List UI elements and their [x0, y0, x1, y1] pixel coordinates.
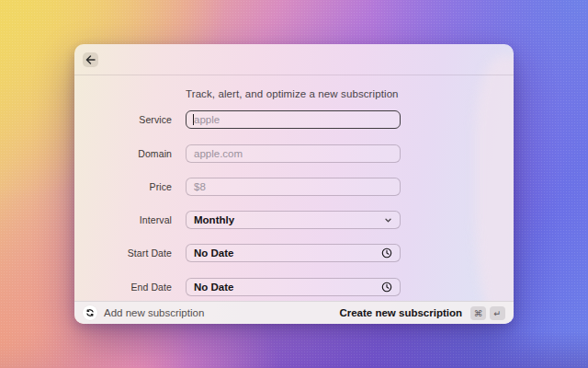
- form-row-end-date: End Date No Date: [74, 278, 514, 296]
- command-key-icon: ⌘: [470, 306, 486, 320]
- form-row-start-date: Start Date No Date: [74, 244, 514, 262]
- price-label: Price: [74, 181, 172, 192]
- interval-select[interactable]: Monthly: [186, 211, 401, 229]
- desktop-background: Track, alert, and optimize a new subscri…: [0, 0, 588, 368]
- price-input[interactable]: [186, 178, 401, 196]
- end-date-value: No Date: [194, 282, 233, 293]
- window-footer: Add new subscription Create new subscrip…: [74, 301, 514, 324]
- window-header: [74, 44, 514, 75]
- form-row-service: Service: [74, 110, 514, 129]
- clock-icon: [381, 247, 392, 259]
- form-title: Track, alert, and optimize a new subscri…: [186, 88, 399, 99]
- create-subscription-label: Create new subscription: [339, 307, 462, 318]
- return-key-icon: ↵: [490, 306, 505, 320]
- interval-value: Monthly: [194, 214, 234, 225]
- domain-label: Domain: [74, 148, 172, 159]
- form-row-domain: Domain: [74, 144, 514, 163]
- service-label: Service: [74, 114, 172, 125]
- create-subscription-button[interactable]: Create new subscription ⌘ ↵: [339, 306, 505, 320]
- service-input[interactable]: [186, 110, 401, 129]
- chevron-down-icon: [384, 216, 392, 224]
- start-date-value: No Date: [194, 247, 233, 259]
- clock-icon: [381, 282, 392, 293]
- back-button[interactable]: [83, 52, 98, 67]
- start-date-picker[interactable]: No Date: [186, 244, 401, 262]
- footer-action-hint: Add new subscription: [104, 307, 204, 318]
- start-date-label: Start Date: [74, 247, 172, 259]
- form-row-interval: Interval Monthly: [74, 211, 514, 229]
- domain-input[interactable]: [186, 144, 401, 163]
- form-row-price: Price: [74, 178, 514, 196]
- end-date-picker[interactable]: No Date: [186, 278, 401, 296]
- refresh-icon[interactable]: [83, 305, 97, 320]
- footer-left-group: Add new subscription: [83, 305, 204, 320]
- subscription-window: Track, alert, and optimize a new subscri…: [74, 44, 514, 324]
- end-date-label: End Date: [74, 282, 172, 293]
- interval-label: Interval: [74, 214, 172, 225]
- text-caret: [193, 114, 194, 125]
- arrow-left-icon: [85, 55, 96, 64]
